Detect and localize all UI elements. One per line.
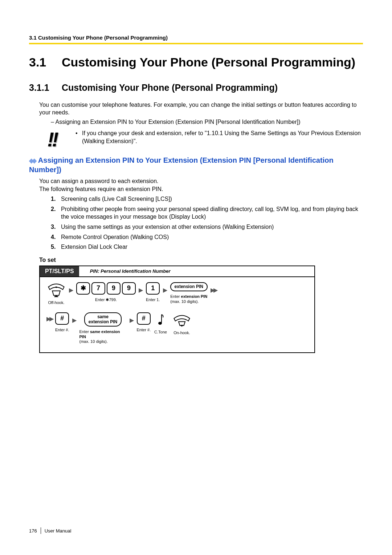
section-number: 3.1 (29, 54, 62, 70)
step-extension-pin: extension PIN Enter extension PIN (max. … (170, 282, 208, 304)
step-on-hook: On-hook. (172, 312, 192, 336)
subsection-number: 3.1.1 (29, 82, 62, 93)
numbered-list: 1.Screening calls (Live Call Screening [… (51, 195, 363, 251)
procedure-header-note: PIN: Personal Identification Number (79, 268, 171, 274)
step-hash: # Enter #. (137, 312, 151, 333)
list-item: 3.Using the same settings as your extens… (51, 223, 363, 231)
phone-type-tab: PT/SLT/PS (40, 266, 79, 276)
key-1: 1 (146, 282, 160, 295)
step-caption: Enter extension PIN (max. 10 digits). (170, 294, 207, 304)
section-heading: 3.1 Customising Your Phone (Personal Pro… (29, 54, 363, 70)
footer-label: User Manual (45, 528, 72, 534)
important-icon: !! (39, 129, 65, 148)
feature-desc-2: The following features require an extens… (39, 185, 363, 193)
step-caption: Enter same extension PIN (max. 10 digits… (79, 329, 127, 344)
feature-heading: ◆◆ Assigning an Extension PIN to Your Ex… (29, 155, 363, 174)
key-9: 9 (107, 282, 121, 295)
key-9: 9 (122, 282, 136, 295)
header-rule (29, 43, 363, 44)
step-same-pin: sameextension PIN Enter same extension P… (79, 312, 127, 344)
intro-paragraph: You can customise your telephone feature… (39, 101, 363, 117)
extension-pin-pill: extension PIN (170, 282, 208, 291)
key-hash: # (55, 312, 69, 325)
step-off-hook: Off-hook. (46, 282, 66, 305)
list-item: 4.Remote Control Operation (Walking COS) (51, 233, 363, 241)
step-caption: C.Tone (154, 330, 167, 335)
note-block: !! If you change your desk and extension… (39, 129, 363, 148)
procedure-box: PT/SLT/PS PIN: Personal Identification N… (39, 266, 315, 353)
svg-point-1 (158, 322, 162, 325)
same-pin-pill: sameextension PIN (84, 312, 122, 326)
continue-arrow-icon: ▶▶ (45, 312, 54, 322)
list-item: 2.Prohibiting other people from seeing y… (51, 205, 363, 221)
step-caption: Enter 1. (146, 297, 160, 303)
on-hook-icon (172, 312, 192, 328)
step-enter-1: 1 Enter 1. (146, 282, 160, 303)
step-caption: Enter ✱799. (95, 297, 117, 303)
step-enter-799: ✱ 7 9 9 Enter ✱799. (76, 282, 136, 303)
subsection-heading: 3.1.1 Customising Your Phone (Personal P… (29, 82, 363, 93)
section-title: Customising Your Phone (Personal Program… (62, 54, 355, 70)
arrow-icon: ▶ (162, 282, 169, 293)
arrow-icon: ▶ (71, 312, 78, 324)
page-footer: 176 User Manual (29, 527, 71, 534)
step-caption: Enter #. (55, 328, 69, 333)
dash-list-item: – Assigning an Extension PIN to Your Ext… (51, 118, 363, 126)
running-header: 3.1 Customising Your Phone (Personal Pro… (29, 35, 363, 41)
procedure-row: Off-hook. ▶ ✱ 7 9 9 Enter ✱799. ▶ 1 Ente… (45, 282, 309, 305)
arrow-icon: ▶ (137, 282, 144, 293)
off-hook-icon (46, 282, 66, 297)
note-bullet: If you change your desk and extension, r… (75, 129, 363, 145)
key-star: ✱ (76, 282, 90, 295)
list-item: 1.Screening calls (Live Call Screening [… (51, 195, 363, 203)
diamond-icon: ◆◆ (29, 157, 35, 164)
feature-desc-1: You can assign a password to each extens… (39, 177, 363, 185)
arrow-icon: ▶ (68, 282, 75, 293)
page-number: 176 (29, 528, 37, 534)
music-note-icon (154, 312, 167, 327)
procedure-header: PT/SLT/PS PIN: Personal Identification N… (40, 266, 314, 277)
key-hash: # (137, 312, 151, 325)
key-7: 7 (91, 282, 105, 295)
step-caption: On-hook. (173, 331, 190, 336)
list-item: 5.Extension Dial Lock Clear (51, 243, 363, 251)
operation-title: To set (39, 257, 363, 263)
step-caption: Off-hook. (48, 300, 64, 305)
procedure-row: ▶▶ # Enter #. ▶ sameextension PIN Enter … (45, 312, 309, 344)
step-hash: # Enter #. (55, 312, 69, 333)
arrow-icon: ▶ (128, 312, 135, 324)
footer-separator (41, 527, 41, 534)
feature-heading-text: Assigning an Extension PIN to Your Exten… (29, 156, 334, 174)
continue-arrow-icon: ▶▶ (209, 282, 218, 293)
step-ctone: C.Tone (154, 312, 167, 335)
step-caption: Enter #. (137, 328, 151, 333)
subsection-title: Customising Your Phone (Personal Program… (62, 82, 278, 93)
